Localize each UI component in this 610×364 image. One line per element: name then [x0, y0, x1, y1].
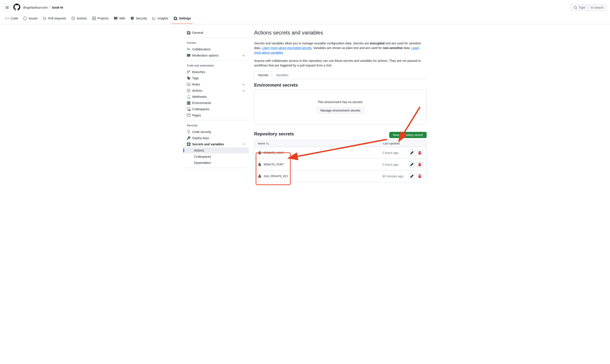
bars-icon: [5, 6, 9, 9]
search-suffix: to search: [591, 6, 604, 9]
sidebar-section-automation: Code and automation: [183, 62, 249, 69]
breadcrumb: dingshaohua-com / book-fe: [23, 6, 63, 9]
repo-secrets-title: Repository secrets: [254, 131, 294, 136]
table-icon: [92, 17, 96, 20]
sidebar-item-deploy-keys[interactable]: Deploy keys: [183, 135, 249, 141]
sidebar-item-tags[interactable]: Tags: [183, 75, 249, 81]
codescan-icon: [187, 130, 190, 134]
settings-sidebar: General Access Collaborators Moderation …: [183, 30, 249, 182]
comment-icon: [187, 54, 190, 57]
search-kbd: /: [587, 6, 589, 10]
sidebar-item-branches[interactable]: Branches: [183, 69, 249, 75]
sidebar-item-code-security[interactable]: Code security: [183, 129, 249, 135]
sidebar-item-general[interactable]: General: [183, 30, 249, 36]
secrets-variables-tabs: Secrets Variables: [254, 71, 427, 79]
people-icon: [187, 48, 190, 51]
col-header-updated: Last updated: [383, 142, 423, 145]
delete-secret-button[interactable]: [417, 173, 423, 179]
sidebar-section-security: Security: [183, 122, 249, 129]
secret-updated: 2 hours ago: [382, 151, 409, 155]
nav-insights[interactable]: Insights: [150, 15, 170, 24]
env-secrets-title: Environment secrets: [254, 83, 427, 88]
asterisk-icon: [187, 143, 190, 146]
trash-icon: [418, 163, 422, 166]
lock-icon: [258, 151, 262, 155]
lock-icon: [258, 174, 262, 178]
nav-settings[interactable]: Settings: [172, 15, 193, 24]
repo-link[interactable]: book-fe: [52, 6, 63, 9]
edit-secret-button[interactable]: [409, 173, 415, 179]
sidebar-item-actions[interactable]: Actions: [183, 88, 249, 94]
divider: [183, 168, 249, 168]
sidebar-section-access: Access: [183, 39, 249, 46]
manage-env-secrets-button[interactable]: Manage environment secrets: [317, 107, 364, 114]
nav-projects[interactable]: Projects: [90, 15, 111, 24]
gear-icon: [187, 31, 190, 34]
secret-name: REMOTE_PORT: [264, 163, 284, 166]
owner-link[interactable]: dingshaohua-com: [23, 6, 48, 9]
env-empty-text: This environment has no secrets.: [318, 100, 363, 104]
lock-icon: [258, 163, 262, 166]
page-description: Secrets and variables allow you to manag…: [254, 41, 427, 68]
sidebar-subitem-actions[interactable]: Actions: [185, 147, 249, 154]
sidebar-item-rules[interactable]: Rules: [183, 81, 249, 88]
book-icon: [114, 17, 117, 20]
delete-secret-button[interactable]: [417, 150, 423, 156]
repo-nav: Code Issues Pull requests Actions Projec…: [0, 15, 610, 24]
edit-secret-button[interactable]: [409, 150, 415, 156]
repo-secrets-table: Name Last updated REMOTE_HOST 2 hours ag…: [254, 140, 427, 182]
chevron-up-icon: [242, 143, 245, 146]
col-header-name[interactable]: Name: [258, 142, 383, 145]
sidebar-item-webhooks[interactable]: Webhooks: [183, 94, 249, 100]
divider: [183, 38, 249, 38]
nav-code[interactable]: Code: [3, 15, 20, 24]
secret-row: SSH_PRIVATE_KEY 30 minutes ago: [254, 170, 426, 182]
chevron-down-icon: [242, 54, 245, 57]
new-repo-secret-button[interactable]: New repository secret: [389, 132, 427, 138]
issue-icon: [23, 17, 27, 20]
env-secrets-box: This environment has no secrets. Manage …: [254, 90, 427, 124]
sidebar-item-secrets-vars[interactable]: Secrets and variables: [183, 141, 249, 147]
play-icon: [71, 17, 75, 20]
secret-updated: 2 hours ago: [382, 163, 409, 166]
secret-row: REMOTE_HOST 2 hours ago: [254, 147, 426, 159]
sidebar-subitem-dependabot[interactable]: Dependabot: [185, 160, 249, 166]
nav-issues[interactable]: Issues: [21, 15, 39, 24]
edit-secret-button[interactable]: [409, 161, 415, 168]
sidebar-subitem-codespaces[interactable]: Codespaces: [185, 154, 249, 160]
browser-icon: [187, 114, 190, 117]
sidebar-item-moderation[interactable]: Moderation options: [183, 52, 249, 59]
sidebar-item-codespaces[interactable]: Codespaces: [183, 106, 249, 112]
pr-icon: [43, 17, 46, 20]
play-icon: [187, 89, 190, 92]
search-input[interactable]: Type / to search: [571, 4, 607, 11]
nav-wiki[interactable]: Wiki: [112, 15, 127, 24]
key-icon: [187, 136, 190, 140]
nav-security[interactable]: Security: [129, 15, 149, 24]
page-title: Actions secrets and variables: [254, 30, 427, 36]
divider: [183, 120, 249, 120]
main-content: Actions secrets and variables Secrets an…: [254, 30, 427, 182]
sidebar-item-pages[interactable]: Pages: [183, 112, 249, 118]
trash-icon: [418, 174, 422, 178]
tab-secrets[interactable]: Secrets: [254, 71, 272, 79]
chevron-down-icon: [242, 89, 245, 92]
github-logo[interactable]: [13, 3, 20, 11]
link-encrypted-secrets[interactable]: Learn more about encrypted secrets: [262, 46, 312, 50]
push-icon: [187, 83, 190, 86]
divider: [183, 60, 249, 61]
branch-icon: [187, 70, 190, 74]
tag-icon: [187, 77, 190, 80]
nav-actions[interactable]: Actions: [70, 15, 89, 24]
secret-name: REMOTE_HOST: [264, 151, 284, 154]
tab-variables[interactable]: Variables: [272, 71, 292, 79]
github-icon: [13, 3, 20, 11]
secret-name: SSH_PRIVATE_KEY: [264, 175, 288, 178]
delete-secret-button[interactable]: [417, 161, 423, 168]
breadcrumb-sep: /: [49, 6, 50, 9]
trash-icon: [418, 151, 422, 155]
sidebar-item-collaborators[interactable]: Collaborators: [183, 46, 249, 52]
hamburger-menu[interactable]: [3, 4, 11, 11]
sidebar-item-environments[interactable]: Environments: [183, 100, 249, 106]
nav-pulls[interactable]: Pull requests: [41, 15, 68, 24]
